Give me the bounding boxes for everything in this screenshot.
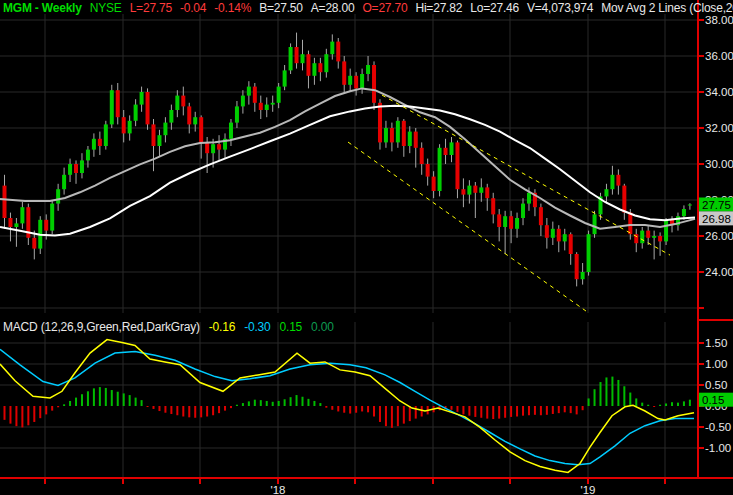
bid-value: B=27.50 — [259, 1, 303, 15]
svg-text:0.50: 0.50 — [705, 379, 727, 391]
svg-text:-0.50: -0.50 — [705, 421, 731, 433]
quote-header: MGM - Weekly NYSE L=27.75 -0.04 -0.14% B… — [3, 1, 733, 15]
indicator-label: Mov Avg 2 Lines (Close,20,40,0 ... — [601, 1, 733, 15]
lo-value: Lo=27.46 — [470, 1, 519, 15]
chart-window: 38.0036.0034.0032.0030.0028.0026.0024.00… — [0, 0, 733, 495]
moving-averages — [0, 88, 695, 235]
svg-text:32.00: 32.00 — [705, 122, 733, 134]
macd-header: MACD (12,26,9,Green,Red,DarkGray) -0.16 … — [3, 321, 334, 334]
axis-badges: 27.7526.980.15 — [699, 198, 733, 407]
exchange-label: NYSE — [90, 1, 122, 15]
change-pct-value: -0.14% — [214, 1, 251, 15]
symbol-label: MGM - Weekly — [3, 1, 82, 15]
ask-value: A=28.00 — [311, 1, 355, 15]
svg-text:27.75: 27.75 — [702, 199, 731, 211]
svg-text:26.00: 26.00 — [705, 230, 733, 242]
macd-main-line — [0, 340, 694, 473]
volume-value: V=4,073,974 — [527, 1, 593, 15]
price-axis: 38.0036.0034.0032.0030.0028.0026.0024.00 — [698, 14, 733, 308]
open-value: O=27.70 — [362, 1, 407, 15]
svg-text:1.50: 1.50 — [705, 337, 727, 349]
svg-text:-1.00: -1.00 — [705, 442, 731, 454]
macd-lines — [0, 340, 694, 473]
macd-hist-badge: 0.15 — [699, 393, 733, 407]
change-value: -0.04 — [180, 1, 206, 15]
svg-text:30.00: 30.00 — [705, 158, 733, 170]
svg-text:34.00: 34.00 — [705, 86, 733, 98]
year-label: '19 — [581, 484, 596, 495]
ma-value-badge: 26.98 — [699, 211, 733, 225]
svg-text:26.98: 26.98 — [702, 213, 731, 225]
last-value: L=27.75 — [130, 1, 172, 15]
ma20-line — [0, 88, 695, 228]
svg-text:0.15: 0.15 — [702, 394, 724, 406]
svg-text:36.00: 36.00 — [705, 50, 733, 62]
macd-signal-value: -0.30 — [244, 321, 270, 334]
svg-text:24.00: 24.00 — [705, 266, 733, 278]
macd-study-label: MACD (12,26,9,Green,Red,DarkGray) — [3, 321, 200, 334]
svg-text:1.00: 1.00 — [705, 358, 727, 370]
year-label: '18 — [271, 484, 286, 495]
time-axis: '18'19 — [45, 478, 665, 495]
price-macd-chart-canvas[interactable]: 38.0036.0034.0032.0030.0028.0026.0024.00… — [0, 0, 733, 495]
macd-line-value: -0.16 — [209, 321, 235, 334]
hi-value: Hi=27.82 — [415, 1, 462, 15]
last-price-badge: 27.75 — [699, 198, 733, 212]
svg-text:38.00: 38.00 — [705, 14, 733, 26]
macd-hist-value: 0.15 — [280, 321, 303, 334]
macd-zero-value: 0.00 — [311, 321, 334, 334]
